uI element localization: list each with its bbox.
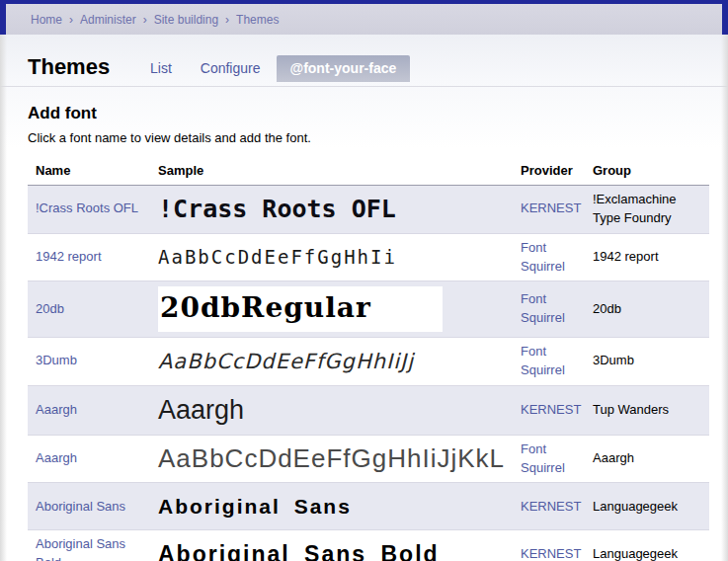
- font-sample: 20dbRegular: [158, 286, 443, 332]
- font-name-link[interactable]: Aaargh: [36, 450, 77, 465]
- table-row: !Crass Roots OFL !Crass Roots OFL KERNES…: [28, 186, 709, 234]
- font-name-link[interactable]: Aaargh: [36, 402, 77, 417]
- page-header: Themes List Configure @font-your-face: [0, 35, 728, 87]
- column-header-sample: Sample: [150, 158, 513, 186]
- font-name-link[interactable]: Aboriginal Sans: [36, 499, 125, 514]
- font-sample: Aboriginal Sans Bold: [158, 541, 440, 561]
- font-group: 20db: [585, 281, 709, 338]
- provider-link[interactable]: KERNEST: [521, 402, 581, 417]
- section-title: Add font: [28, 104, 728, 123]
- breadcrumb-separator: ›: [69, 13, 73, 27]
- font-group: 1942 report: [585, 233, 709, 281]
- font-sample: AaBbCcDdEeFfGgHhIi: [158, 246, 397, 268]
- font-name-link[interactable]: 20db: [36, 301, 64, 316]
- provider-link[interactable]: KERNEST: [521, 200, 581, 215]
- font-sample: Aaargh: [158, 395, 244, 425]
- page-title: Themes: [28, 54, 150, 80]
- tab-list[interactable]: List: [150, 60, 172, 76]
- breadcrumb-separator: ›: [143, 13, 147, 27]
- font-group: Languagegeek: [585, 483, 709, 530]
- breadcrumb-link-themes[interactable]: Themes: [236, 13, 279, 27]
- font-group: 3Dumb: [585, 337, 709, 385]
- table-row: Aaargh AaBbCcDdEeFfGgHhIiJjKkL Font Squi…: [28, 435, 709, 483]
- font-name-link[interactable]: 3Dumb: [36, 353, 77, 367]
- font-sample: AaBbCcDdEeFfGgHhIiJj: [158, 350, 414, 373]
- provider-link[interactable]: Font Squirrel: [521, 240, 565, 274]
- page-body: Themes List Configure @font-your-face Ad…: [0, 35, 728, 561]
- add-font-section: Add font Click a font name to view detai…: [0, 87, 728, 145]
- font-sample: AaBbCcDdEeFfGgHhIiJjKkL: [158, 443, 505, 473]
- breadcrumb-link-administer[interactable]: Administer: [80, 13, 136, 27]
- font-sample: !Crass Roots OFL: [158, 195, 396, 223]
- table-row: 3Dumb AaBbCcDdEeFfGgHhIiJj Font Squirrel…: [28, 337, 709, 385]
- tab-font-your-face-active[interactable]: @font-your-face: [277, 55, 411, 82]
- provider-link[interactable]: Font Squirrel: [521, 344, 565, 377]
- column-header-group: Group: [585, 158, 709, 186]
- provider-link[interactable]: KERNEST: [521, 499, 581, 514]
- font-group: Aaargh: [585, 435, 709, 483]
- provider-link[interactable]: KERNEST: [521, 546, 581, 561]
- table-row: Aboriginal Sans Bold Aboriginal Sans Bol…: [28, 530, 709, 561]
- font-name-link[interactable]: Aboriginal Sans Bold: [36, 536, 125, 561]
- font-group: Languagegeek: [585, 530, 709, 561]
- font-name-link[interactable]: !Crass Roots OFL: [36, 200, 138, 215]
- table-row: Aaargh Aaargh KERNEST Tup Wanders: [28, 385, 709, 435]
- column-header-name: Name: [28, 158, 150, 186]
- top-frame: Home › Administer › Site building › Them…: [0, 0, 728, 35]
- breadcrumb-link-home[interactable]: Home: [31, 13, 62, 27]
- font-sample: Aboriginal Sans: [158, 495, 352, 518]
- breadcrumb: Home › Administer › Site building › Them…: [6, 4, 722, 35]
- font-name-link[interactable]: 1942 report: [36, 249, 102, 264]
- tab-configure[interactable]: Configure: [201, 60, 261, 76]
- column-header-provider: Provider: [513, 158, 585, 186]
- table-row: 1942 report AaBbCcDdEeFfGgHhIi Font Squi…: [28, 233, 709, 281]
- provider-link[interactable]: Font Squirrel: [521, 291, 565, 325]
- fonts-table: Name Sample Provider Group !Crass Roots …: [28, 158, 709, 561]
- provider-link[interactable]: Font Squirrel: [521, 441, 565, 475]
- table-row: Aboriginal Sans Aboriginal Sans KERNEST …: [28, 483, 709, 530]
- font-group: !Exclamachine Type Foundry: [585, 186, 709, 234]
- breadcrumb-link-site-building[interactable]: Site building: [154, 13, 218, 27]
- section-description: Click a font name to view details and ad…: [28, 130, 728, 145]
- font-group: Tup Wanders: [585, 385, 709, 435]
- table-header-row: Name Sample Provider Group: [28, 158, 709, 186]
- table-row: 20db 20dbRegular Font Squirrel 20db: [28, 281, 709, 338]
- breadcrumb-separator: ›: [225, 13, 229, 27]
